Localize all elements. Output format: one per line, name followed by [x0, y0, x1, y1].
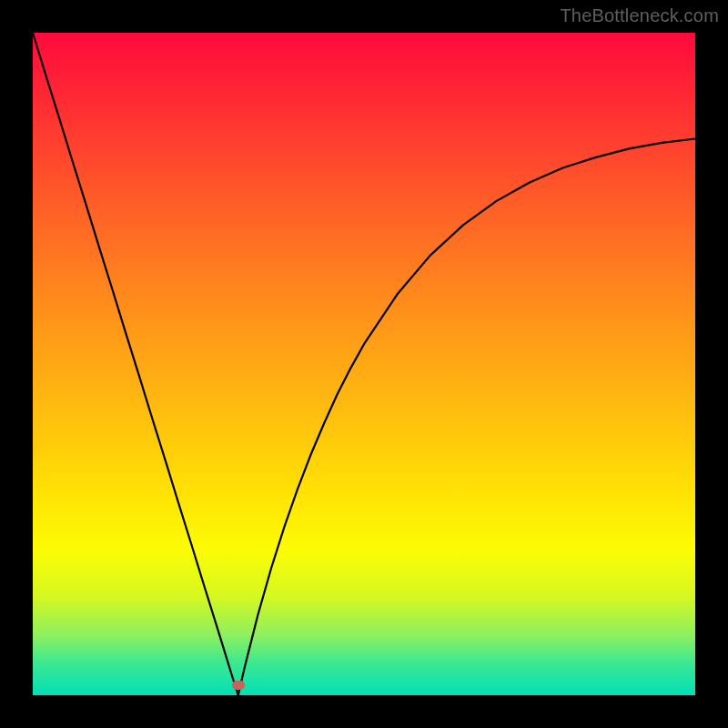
curve-svg [33, 33, 695, 695]
plot-area [33, 33, 695, 695]
watermark-text: TheBottleneck.com [560, 5, 719, 26]
bottleneck-curve [33, 33, 695, 695]
chart-frame: TheBottleneck.com [0, 0, 728, 728]
optimum-marker [232, 681, 245, 690]
